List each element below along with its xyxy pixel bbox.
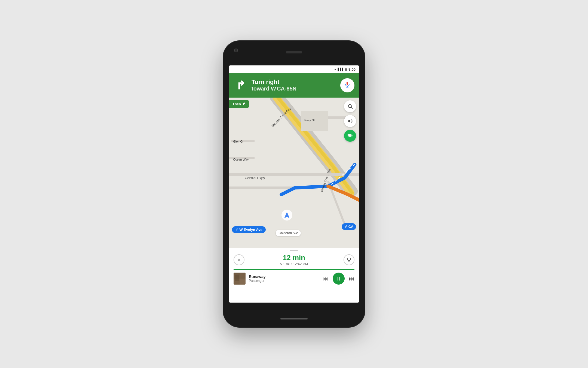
status-icons: ▲ ▌▌▌ ▮	[334, 68, 347, 71]
trip-center: 12 min 5.1 mi • 12:42 PM	[280, 254, 308, 266]
battery-icon: ▮	[345, 68, 347, 71]
svg-marker-8	[348, 119, 350, 123]
album-art-texture	[234, 273, 246, 285]
street-label-easy-st: Easy St	[304, 119, 315, 122]
trip-time: 12 min	[280, 254, 308, 262]
next-button[interactable]: ⏭	[349, 276, 354, 282]
pause-button[interactable]: ⏸	[333, 273, 345, 285]
street-label-ocean-way: Ocean Way	[233, 158, 249, 161]
phone-screen: ▲ ▌▌▌ ▮ 8:00 ↱ Turn right toward W CA-85…	[229, 65, 359, 303]
phone-home-bar	[280, 318, 308, 319]
bottom-panel: × 12 min 5.1 mi • 12:42 PM	[229, 248, 359, 303]
evelyn-turn-icon: ↱	[235, 228, 238, 232]
cancel-button[interactable]: ×	[234, 254, 244, 265]
then-badge: Then ↱	[229, 100, 249, 108]
svg-line-7	[351, 107, 353, 109]
street-label-central-expy: Central Expy	[245, 176, 265, 180]
svg-rect-17	[240, 279, 246, 285]
panel-handle-bar	[290, 250, 298, 251]
trip-separator: •	[291, 262, 293, 266]
trip-details: 5.1 mi • 12:42 PM	[280, 262, 308, 266]
mic-button[interactable]	[340, 78, 354, 92]
location-dot	[281, 209, 293, 221]
song-title: Runaway	[249, 275, 320, 279]
song-info: Runaway Passenger	[249, 275, 320, 283]
album-art-image	[234, 273, 246, 285]
ca-label: CA	[348, 225, 354, 229]
svg-rect-18	[235, 275, 239, 281]
status-time: 8:00	[348, 67, 356, 71]
calderon-label: Calderon Ave	[276, 230, 301, 236]
phone-wrapper: ▲ ▌▌▌ ▮ 8:00 ↱ Turn right toward W CA-85…	[223, 41, 365, 327]
route-options-button[interactable]	[344, 254, 354, 265]
phone-speaker	[286, 51, 302, 53]
mic-icon	[344, 81, 351, 89]
evelyn-label: W Evelyn Ave	[240, 228, 262, 232]
nav-road-name: CA-85N	[277, 86, 296, 92]
music-controls: ⏮ ⏸ ⏭	[323, 273, 354, 285]
search-button[interactable]	[344, 100, 356, 112]
phone-camera	[234, 49, 238, 52]
nav-text: Turn right toward W CA-85N	[252, 79, 340, 92]
status-bar: ▲ ▌▌▌ ▮ 8:00	[229, 65, 359, 73]
trip-distance: 5.1 mi	[280, 262, 290, 266]
map-area[interactable]: Then ↱	[229, 98, 359, 248]
svg-rect-0	[347, 82, 348, 85]
search-icon	[347, 104, 353, 109]
turn-right-arrow: ↱	[236, 79, 246, 92]
cancel-icon: ×	[238, 257, 241, 263]
music-player: Runaway Passenger ⏮ ⏸ ⏭	[229, 270, 359, 287]
calderon-text: Calderon Ave	[278, 231, 298, 235]
map-svg	[229, 98, 359, 248]
location-icon	[281, 209, 293, 221]
panel-handle	[229, 248, 359, 252]
spotify-button[interactable]	[344, 130, 356, 142]
ca-turn-icon: ↱	[344, 225, 347, 229]
then-arrow-icon: ↱	[243, 102, 246, 106]
trip-arrival: 12:42 PM	[293, 262, 308, 266]
nav-instruction: Turn right	[252, 79, 340, 85]
direction-icon: ↱	[234, 78, 248, 92]
route-options-icon	[346, 257, 352, 263]
sound-button[interactable]	[344, 115, 356, 127]
then-label: Then	[232, 102, 241, 106]
nav-road: toward W CA-85N	[252, 86, 340, 92]
street-label-glen-ct: Glen Ct	[233, 140, 243, 143]
signal-icon: ▌▌▌	[338, 68, 344, 71]
sound-icon	[347, 118, 353, 124]
route-label-ca: ↱ CA	[342, 223, 356, 230]
spotify-icon	[346, 132, 354, 140]
nav-header: ↱ Turn right toward W CA-85N	[229, 73, 359, 98]
pause-icon: ⏸	[336, 276, 341, 282]
song-artist: Passenger	[249, 279, 320, 283]
nav-road-prefix: toward W	[252, 86, 276, 92]
route-label-evelyn: ↱ W Evelyn Ave	[232, 226, 266, 233]
wifi-icon: ▲	[334, 68, 337, 71]
trip-info: × 12 min 5.1 mi • 12:42 PM	[229, 252, 359, 269]
prev-button[interactable]: ⏮	[323, 276, 328, 282]
album-art	[234, 273, 246, 285]
